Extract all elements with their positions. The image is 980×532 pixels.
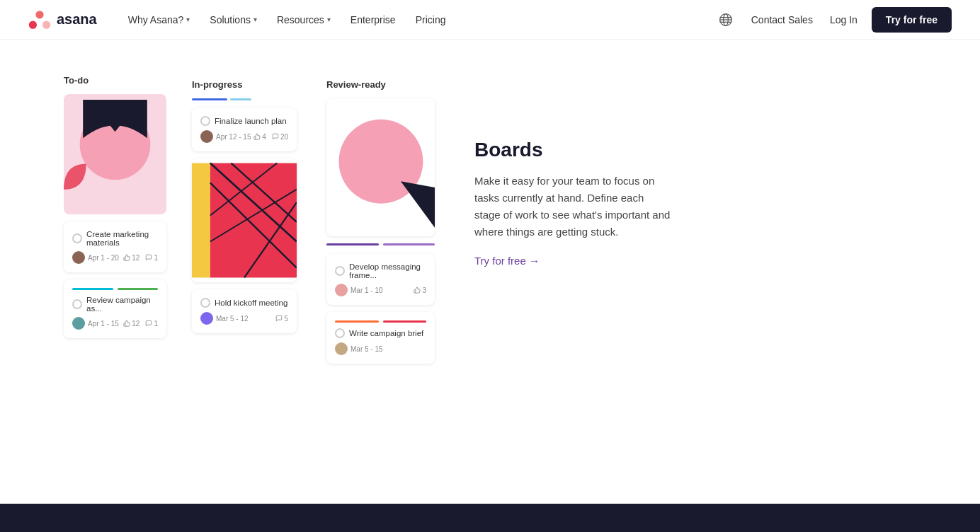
- comments-count: 5: [275, 315, 288, 323]
- task-date: Mar 5 - 15: [351, 345, 383, 353]
- task-date: Mar 1 - 10: [351, 287, 383, 294]
- inprogress-card-1: Finalize launch plan Apr 12 - 15 4: [192, 108, 297, 151]
- task-name: Review campaign as...: [86, 296, 158, 313]
- avatar: [200, 130, 213, 143]
- likes-count: 4: [253, 133, 266, 141]
- svg-point-1: [29, 21, 37, 28]
- task-row: Write campaign brief: [335, 328, 426, 338]
- avatar: [335, 284, 348, 296]
- logo[interactable]: asana: [28, 10, 97, 30]
- chevron-down-icon: ▾: [327, 16, 331, 23]
- boards-description: Make it easy for your team to focus on t…: [474, 173, 673, 241]
- meta-left: Apr 1 - 15: [72, 317, 119, 330]
- task-complete-icon[interactable]: [200, 298, 210, 308]
- svg-point-2: [42, 21, 50, 28]
- task-name: Develop messaging frame...: [349, 262, 426, 279]
- avatar: [200, 312, 213, 325]
- nav-item-pricing[interactable]: Pricing: [407, 8, 455, 31]
- progress-bars: [192, 98, 297, 100]
- progress-bar-primary: [192, 98, 227, 100]
- bar-teal: [72, 288, 113, 290]
- meta-left: Mar 1 - 10: [335, 284, 383, 296]
- inprogress-art-card: [192, 158, 297, 282]
- artwork-card: [64, 94, 166, 214]
- nav-right: Contact Sales Log In Try for free: [714, 7, 952, 33]
- review-card-2: Write campaign brief Mar 5 - 15: [326, 312, 435, 364]
- nav-item-resources[interactable]: Resources ▾: [268, 8, 339, 31]
- meta-right: 12 1: [123, 254, 158, 262]
- bar-light-purple: [383, 243, 435, 245]
- card-meta: Mar 1 - 10 3: [335, 284, 426, 296]
- meta-right: 12 1: [123, 320, 158, 328]
- task-row: Develop messaging frame...: [335, 262, 426, 279]
- bar-red: [383, 320, 427, 323]
- todo-column-title: To-do: [64, 75, 166, 86]
- logo-text: asana: [57, 11, 97, 28]
- login-button[interactable]: Log In: [827, 8, 860, 31]
- avatar: [72, 251, 85, 264]
- svg-point-0: [35, 11, 43, 18]
- nav-item-solutions[interactable]: Solutions ▾: [201, 8, 266, 31]
- svg-marker-19: [401, 181, 435, 228]
- bar-green: [118, 288, 159, 290]
- task-date: Apr 12 - 15: [216, 133, 251, 141]
- meta-left: Apr 12 - 15: [200, 130, 251, 143]
- bar-purple: [326, 243, 379, 245]
- boards-title: Boards: [474, 139, 673, 161]
- card-meta: Apr 1 - 20 12 1: [72, 251, 158, 264]
- card-meta: Apr 12 - 15 4 20: [200, 130, 288, 143]
- nav-item-why-asana[interactable]: Why Asana? ▾: [120, 8, 199, 31]
- nav-links: Why Asana? ▾ Solutions ▾ Resources ▾ Ent…: [120, 8, 714, 31]
- main-content: To-do: [0, 40, 980, 410]
- meta-right: 5: [275, 315, 288, 323]
- task-date: Apr 1 - 15: [88, 320, 119, 328]
- task-date: Apr 1 - 20: [88, 254, 119, 262]
- task-complete-icon[interactable]: [72, 299, 82, 309]
- review-art-card: [326, 98, 435, 236]
- meta-left: Mar 5 - 12: [200, 312, 249, 325]
- review-column: Review-ready: [315, 68, 446, 382]
- task-name: Write campaign brief: [349, 329, 423, 337]
- review-color-bars: [326, 243, 435, 248]
- likes-count: 3: [414, 287, 426, 294]
- comments-count: 1: [145, 254, 158, 262]
- contact-sales-link[interactable]: Contact Sales: [748, 8, 816, 31]
- inprogress-column-title: In-progress: [192, 79, 297, 90]
- kanban-board: To-do: [57, 68, 446, 382]
- try-free-link[interactable]: Try for free →: [474, 255, 673, 267]
- task-row: Hold kickoff meeting: [200, 298, 288, 308]
- nav-item-enterprise[interactable]: Enterprise: [342, 8, 404, 31]
- comments-count: 1: [145, 320, 158, 328]
- svg-rect-10: [192, 163, 210, 278]
- likes-count: 12: [123, 254, 139, 262]
- task-complete-icon[interactable]: [335, 328, 345, 338]
- boards-section: To-do: [57, 68, 923, 382]
- todo-column: To-do: [57, 68, 173, 352]
- color-bars: [72, 288, 158, 290]
- likes-count: 12: [123, 320, 139, 328]
- task-row: Create marketing materials: [72, 230, 158, 247]
- meta-right: 3: [414, 287, 426, 294]
- review-column-title: Review-ready: [326, 79, 435, 90]
- inprogress-card-2: Hold kickoff meeting Mar 5 - 12 5: [192, 289, 297, 333]
- inprogress-column: In-progress Finalize launch plan: [181, 68, 308, 352]
- language-globe-icon[interactable]: [714, 8, 737, 31]
- task-row: Finalize launch plan: [200, 116, 288, 126]
- task-name: Finalize launch plan: [215, 117, 287, 125]
- task-complete-icon[interactable]: [72, 233, 82, 243]
- task-name: Create marketing materials: [86, 230, 158, 247]
- task-complete-icon[interactable]: [200, 116, 210, 126]
- avatar: [72, 317, 85, 330]
- try-free-button[interactable]: Try for free: [872, 7, 952, 33]
- card-meta: Mar 5 - 12 5: [200, 312, 288, 325]
- avatar: [335, 342, 348, 355]
- card-meta: Apr 1 - 15 12 1: [72, 317, 158, 330]
- chevron-down-icon: ▾: [186, 16, 190, 23]
- chevron-down-icon: ▾: [253, 16, 257, 23]
- task-complete-icon[interactable]: [335, 266, 345, 276]
- boards-info-panel: Boards Make it easy for your team to foc…: [446, 68, 673, 382]
- bar-orange: [335, 320, 379, 323]
- task-name: Hold kickoff meeting: [215, 299, 287, 307]
- card-meta: Mar 5 - 15: [335, 342, 426, 355]
- progress-bar-secondary: [230, 98, 251, 100]
